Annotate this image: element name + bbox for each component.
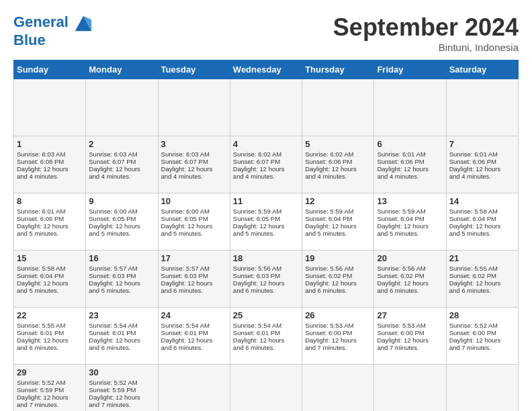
- calendar-week-4: 22Sunrise: 5:55 AMSunset: 6:01 PMDayligh…: [14, 308, 519, 365]
- cell-content-line: Sunrise: 5:53 AM: [377, 322, 443, 329]
- cell-content-line: Daylight: 12 hours: [161, 165, 227, 173]
- day-number: 9: [89, 196, 154, 206]
- cell-content-line: Sunrise: 6:01 AM: [449, 150, 515, 158]
- cell-content-line: Sunrise: 6:02 AM: [305, 150, 371, 158]
- calendar-cell: 6Sunrise: 6:01 AMSunset: 6:06 PMDaylight…: [374, 136, 446, 193]
- cell-content-line: Sunrise: 5:55 AM: [449, 265, 515, 272]
- calendar-cell: 28Sunrise: 5:52 AMSunset: 6:00 PMDayligh…: [446, 308, 518, 365]
- cell-content-line: Sunrise: 5:58 AM: [17, 265, 83, 272]
- logo-line2: Blue: [13, 32, 93, 48]
- cell-content-line: Sunset: 6:04 PM: [17, 272, 83, 279]
- calendar-cell: 18Sunrise: 5:56 AMSunset: 6:03 PMDayligh…: [230, 250, 302, 308]
- calendar-cell: 5Sunrise: 6:02 AMSunset: 6:06 PMDaylight…: [302, 136, 374, 193]
- cell-content-line: Sunset: 6:00 PM: [377, 329, 443, 336]
- day-number: 18: [233, 253, 299, 263]
- cell-content-line: Sunset: 6:04 PM: [305, 215, 371, 222]
- cell-content-line: and 6 minutes.: [161, 287, 227, 294]
- cell-content-line: and 6 minutes.: [377, 287, 443, 294]
- calendar-week-5: 29Sunrise: 5:52 AMSunset: 5:59 PMDayligh…: [14, 365, 519, 412]
- calendar-week-0: [14, 79, 519, 136]
- cell-content-line: Sunset: 6:03 PM: [161, 272, 227, 279]
- cell-content-line: Sunrise: 5:52 AM: [17, 379, 83, 386]
- day-number: 6: [377, 139, 443, 149]
- calendar-cell: 29Sunrise: 5:52 AMSunset: 5:59 PMDayligh…: [14, 365, 86, 412]
- day-header-friday: Friday: [374, 60, 446, 79]
- cell-content-line: Daylight: 12 hours: [161, 222, 227, 230]
- cell-content-line: and 5 minutes.: [233, 230, 299, 237]
- calendar-cell: 7Sunrise: 6:01 AMSunset: 6:06 PMDaylight…: [446, 136, 518, 193]
- calendar-cell: [158, 365, 230, 412]
- day-number: 2: [89, 139, 154, 149]
- calendar-cell: [230, 79, 302, 136]
- cell-content-line: Sunset: 6:04 PM: [449, 215, 515, 222]
- calendar-header-row: SundayMondayTuesdayWednesdayThursdayFrid…: [14, 60, 519, 79]
- cell-content-line: Sunset: 6:06 PM: [305, 158, 371, 165]
- cell-content-line: Sunrise: 5:53 AM: [305, 322, 371, 329]
- cell-content-line: Sunrise: 5:57 AM: [89, 265, 154, 272]
- day-number: 11: [233, 196, 299, 206]
- day-number: 22: [17, 310, 83, 320]
- calendar-cell: [230, 365, 302, 412]
- calendar-cell: [374, 365, 446, 412]
- cell-content-line: Daylight: 12 hours: [17, 279, 83, 287]
- cell-content-line: Sunrise: 5:59 AM: [233, 208, 299, 215]
- cell-content-line: and 4 minutes.: [161, 173, 227, 180]
- cell-content-line: and 4 minutes.: [449, 173, 515, 180]
- day-header-tuesday: Tuesday: [158, 60, 230, 79]
- cell-content-line: Sunrise: 6:03 AM: [89, 150, 154, 158]
- cell-content-line: Daylight: 12 hours: [377, 336, 443, 344]
- cell-content-line: and 5 minutes.: [89, 287, 154, 294]
- cell-content-line: and 7 minutes.: [377, 344, 443, 351]
- calendar-cell: 8Sunrise: 6:01 AMSunset: 6:06 PMDaylight…: [14, 193, 86, 250]
- cell-content-line: Sunset: 6:04 PM: [377, 215, 443, 222]
- cell-content-line: and 6 minutes.: [305, 287, 371, 294]
- calendar-cell: [446, 365, 518, 412]
- calendar-table: SundayMondayTuesdayWednesdayThursdayFrid…: [13, 60, 519, 411]
- cell-content-line: Sunrise: 6:01 AM: [377, 150, 443, 158]
- cell-content-line: Sunrise: 6:01 AM: [17, 208, 83, 215]
- cell-content-line: Daylight: 12 hours: [89, 165, 154, 173]
- cell-content-line: Sunset: 6:07 PM: [161, 158, 227, 165]
- cell-content-line: and 4 minutes.: [89, 173, 154, 180]
- logo-text: General: [13, 13, 93, 32]
- cell-content-line: Daylight: 12 hours: [305, 336, 371, 344]
- cell-content-line: Sunrise: 5:54 AM: [161, 322, 227, 329]
- cell-content-line: Sunset: 6:00 PM: [305, 329, 371, 336]
- cell-content-line: and 6 minutes.: [161, 344, 227, 351]
- calendar-cell: 11Sunrise: 5:59 AMSunset: 6:05 PMDayligh…: [230, 193, 302, 250]
- cell-content-line: Sunrise: 6:00 AM: [89, 208, 154, 215]
- cell-content-line: and 4 minutes.: [233, 173, 299, 180]
- cell-content-line: Daylight: 12 hours: [449, 222, 515, 230]
- cell-content-line: Sunset: 6:03 PM: [89, 272, 154, 279]
- day-header-thursday: Thursday: [302, 60, 374, 79]
- cell-content-line: Sunrise: 5:59 AM: [305, 208, 371, 215]
- day-number: 30: [89, 367, 154, 377]
- day-number: 26: [305, 310, 371, 320]
- day-number: 20: [377, 253, 443, 263]
- cell-content-line: and 7 minutes.: [449, 344, 515, 351]
- day-header-saturday: Saturday: [446, 60, 518, 79]
- cell-content-line: Daylight: 12 hours: [377, 279, 443, 287]
- calendar-cell: 4Sunrise: 6:02 AMSunset: 6:07 PMDaylight…: [230, 136, 302, 193]
- cell-content-line: and 7 minutes.: [17, 401, 83, 408]
- calendar-week-2: 8Sunrise: 6:01 AMSunset: 6:06 PMDaylight…: [14, 193, 519, 250]
- cell-content-line: Daylight: 12 hours: [17, 165, 83, 173]
- cell-content-line: Sunrise: 5:52 AM: [89, 379, 154, 386]
- day-number: 5: [305, 139, 371, 149]
- cell-content-line: Sunset: 6:06 PM: [17, 215, 83, 222]
- cell-content-line: Sunrise: 5:54 AM: [89, 322, 154, 329]
- cell-content-line: and 6 minutes.: [233, 287, 299, 294]
- cell-content-line: Sunrise: 6:03 AM: [161, 150, 227, 158]
- cell-content-line: Daylight: 12 hours: [305, 165, 371, 173]
- cell-content-line: Daylight: 12 hours: [161, 336, 227, 344]
- calendar-week-3: 15Sunrise: 5:58 AMSunset: 6:04 PMDayligh…: [14, 250, 519, 308]
- cell-content-line: Daylight: 12 hours: [233, 165, 299, 173]
- cell-content-line: and 5 minutes.: [161, 230, 227, 237]
- cell-content-line: Sunrise: 5:54 AM: [233, 322, 299, 329]
- day-number: 10: [161, 196, 227, 206]
- cell-content-line: and 5 minutes.: [449, 230, 515, 237]
- calendar-cell: 27Sunrise: 5:53 AMSunset: 6:00 PMDayligh…: [374, 308, 446, 365]
- calendar-cell: 20Sunrise: 5:56 AMSunset: 6:02 PMDayligh…: [374, 250, 446, 308]
- day-number: 1: [17, 139, 83, 149]
- calendar-cell: 1Sunrise: 6:03 AMSunset: 6:08 PMDaylight…: [14, 136, 86, 193]
